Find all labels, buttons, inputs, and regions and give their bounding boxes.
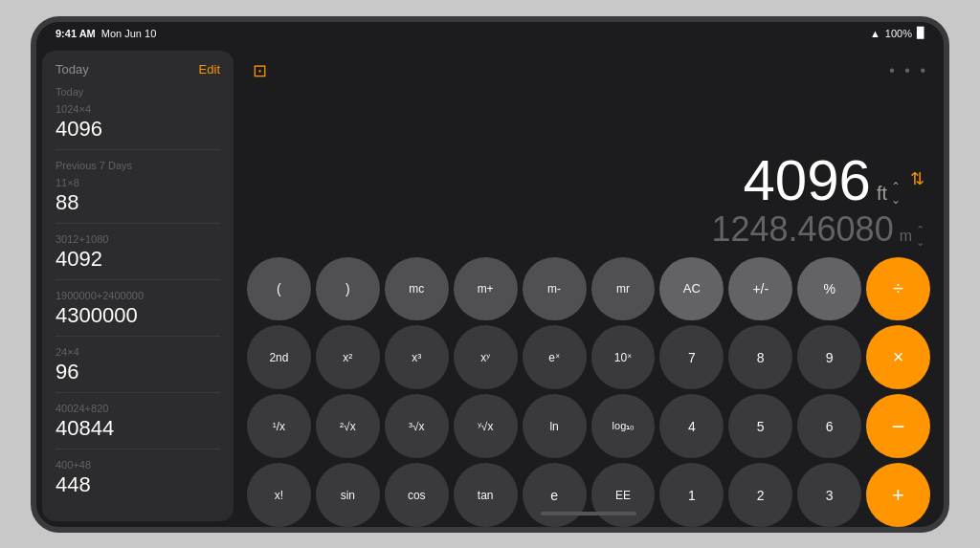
secondary-value: 1248.46080: [711, 209, 893, 250]
more-options-button[interactable]: • • •: [889, 62, 928, 79]
ipad-frame: 9:41 AM Mon Jun 10 ▲ 100% ▉ Today Edit T…: [31, 16, 949, 533]
status-date: Mon Jun 10: [101, 28, 156, 39]
history-expr: 1024×4: [56, 103, 220, 115]
history-result: 40844: [56, 416, 220, 441]
history-item[interactable]: 400+48 448: [56, 459, 220, 505]
history-expr: 400+48: [56, 459, 220, 471]
btn-x-squared[interactable]: x²: [316, 325, 380, 389]
btn-1-over-x[interactable]: ¹/x: [247, 394, 311, 458]
secondary-display: 1248.46080 m ⌃⌄: [711, 209, 924, 250]
btn-sqrt3[interactable]: ³√x: [385, 394, 449, 458]
calc-top-bar: ⊡ • • •: [243, 53, 934, 89]
btn-x-y[interactable]: xʸ: [454, 325, 518, 389]
history-result: 88: [56, 190, 220, 215]
btn-e[interactable]: e: [523, 463, 587, 526]
wifi-icon: ▲: [870, 28, 880, 39]
home-indicator-area: [243, 506, 934, 517]
btn-percent[interactable]: %: [797, 257, 861, 321]
calculator: ⊡ • • • 4096 ft ⌃⌄ ⇅ 1248.46080: [234, 45, 944, 527]
btn-2[interactable]: 2: [728, 463, 792, 526]
primary-display: 4096 ft ⌃⌄: [743, 152, 901, 209]
history-result: 4300000: [56, 303, 220, 328]
history-result: 4092: [56, 247, 220, 272]
history-result: 448: [56, 472, 220, 497]
battery-text: 100%: [885, 28, 912, 39]
btn-6[interactable]: 6: [797, 394, 861, 458]
calc-display: 4096 ft ⌃⌄ ⇅ 1248.46080 m ⌃⌄: [243, 91, 934, 257]
btn-plus-minus[interactable]: +/-: [728, 257, 792, 321]
history-item[interactable]: 11×8 88: [56, 177, 220, 224]
history-expr: 24×4: [56, 346, 220, 358]
history-item[interactable]: 1900000+2400000 4300000: [56, 290, 220, 337]
btn-factorial[interactable]: x!: [247, 463, 311, 526]
btn-tan[interactable]: tan: [454, 463, 518, 526]
history-result: 96: [56, 360, 220, 384]
btn-x-cubed[interactable]: x³: [385, 325, 449, 389]
status-time: 9:41 AM: [56, 28, 96, 39]
btn-log10[interactable]: log₁₀: [591, 394, 656, 458]
history-item[interactable]: 3012+1080 4092: [56, 233, 220, 280]
btn-m-plus[interactable]: m+: [454, 257, 518, 321]
btn-mr[interactable]: mr: [591, 257, 656, 321]
btn-sin[interactable]: sin: [316, 463, 380, 526]
btn-open-paren[interactable]: (: [247, 257, 311, 321]
btn-sqrt-y[interactable]: ʸ√x: [454, 394, 518, 458]
btn-ln[interactable]: ln: [523, 394, 587, 458]
secondary-unit: m ⌃⌄: [900, 224, 924, 249]
unit-toggle-arrows[interactable]: ⌃⌄: [891, 180, 901, 207]
primary-value: 4096: [743, 152, 870, 209]
btn-2nd[interactable]: 2nd: [247, 325, 311, 389]
section-today: Today: [56, 86, 220, 98]
btn-ee[interactable]: EE: [591, 463, 656, 526]
btn-8[interactable]: 8: [728, 325, 792, 389]
history-expr: 11×8: [56, 177, 220, 188]
sidebar-header: Today Edit: [56, 62, 220, 77]
btn-m-minus[interactable]: m-: [523, 257, 587, 321]
sidebar-today-label: Today: [56, 62, 89, 77]
primary-unit: ft ⌃⌄: [877, 180, 901, 207]
btn-ac[interactable]: AC: [659, 257, 724, 321]
secondary-unit-arrows[interactable]: ⌃⌄: [916, 224, 924, 249]
sidebar-toggle-button[interactable]: ⊡: [249, 56, 271, 85]
status-right: ▲ 100% ▉: [870, 27, 924, 39]
btn-4[interactable]: 4: [659, 394, 724, 458]
btn-3[interactable]: 3: [797, 463, 861, 526]
btn-7[interactable]: 7: [659, 325, 724, 389]
history-sidebar: Today Edit Today 1024×4 4096 Previous 7 …: [42, 51, 234, 521]
btn-10-x[interactable]: 10ˣ: [591, 325, 656, 389]
history-item[interactable]: 24×4 96: [56, 346, 220, 393]
btn-divide[interactable]: ÷: [866, 257, 930, 321]
history-expr: 40024+820: [56, 403, 220, 414]
history-expr: 1900000+2400000: [56, 290, 220, 301]
battery-icon: ▉: [917, 27, 924, 39]
main-content: Today Edit Today 1024×4 4096 Previous 7 …: [36, 45, 944, 527]
history-expr: 3012+1080: [56, 233, 220, 245]
button-grid: ( ) mc m+ m- mr AC +/- % ÷ 2nd x² x³ xʸ …: [243, 257, 934, 506]
convert-toggle-button[interactable]: ⇅: [910, 168, 924, 189]
section-previous: Previous 7 Days: [56, 160, 220, 171]
edit-button[interactable]: Edit: [199, 62, 220, 77]
btn-subtract[interactable]: −: [866, 394, 930, 458]
btn-cos[interactable]: cos: [385, 463, 449, 526]
history-item[interactable]: 40024+820 40844: [56, 403, 220, 449]
btn-close-paren[interactable]: ): [316, 257, 380, 321]
btn-5[interactable]: 5: [728, 394, 792, 458]
home-indicator: [541, 512, 636, 515]
btn-sqrt2[interactable]: ²√x: [316, 394, 380, 458]
btn-e-x[interactable]: eˣ: [523, 325, 587, 389]
btn-mc[interactable]: mc: [385, 257, 449, 321]
btn-add[interactable]: +: [866, 463, 930, 526]
btn-1[interactable]: 1: [659, 463, 724, 526]
btn-multiply[interactable]: ×: [866, 325, 930, 389]
history-item[interactable]: 1024×4 4096: [56, 103, 220, 150]
status-bar: 9:41 AM Mon Jun 10 ▲ 100% ▉: [36, 22, 944, 45]
history-result: 4096: [56, 117, 220, 142]
btn-9[interactable]: 9: [797, 325, 861, 389]
